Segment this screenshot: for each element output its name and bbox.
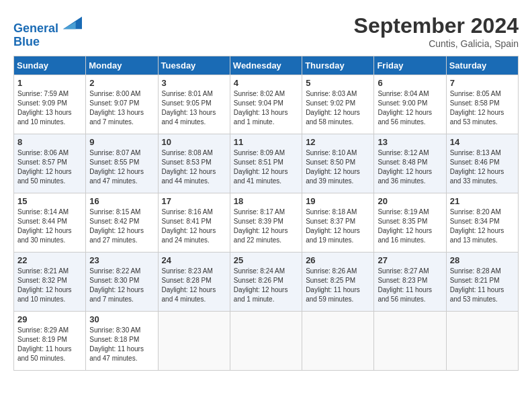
- calendar-cell: [230, 312, 302, 371]
- cell-info: Sunrise: 8:02 AM Sunset: 9:04 PM Dayligh…: [234, 89, 298, 127]
- cell-info: Sunrise: 8:24 AM Sunset: 8:26 PM Dayligh…: [234, 267, 298, 304]
- day-number: 7: [450, 78, 515, 88]
- sunrise-text: Sunrise: 8:22 AM: [89, 267, 154, 276]
- calendar-cell: 23 Sunrise: 8:22 AM Sunset: 8:30 PM Dayl…: [86, 253, 158, 312]
- sunrise-text: Sunrise: 8:18 AM: [306, 208, 370, 217]
- day-number: 29: [17, 314, 82, 324]
- sunset-text: Sunset: 8:51 PM: [234, 158, 298, 167]
- day-number: 11: [234, 137, 298, 147]
- cell-info: Sunrise: 8:17 AM Sunset: 8:39 PM Dayligh…: [234, 208, 298, 245]
- sunset-text: Sunset: 8:23 PM: [378, 276, 442, 285]
- sunset-text: Sunset: 8:58 PM: [450, 99, 515, 108]
- calendar-cell: 1 Sunrise: 7:59 AM Sunset: 9:09 PM Dayli…: [14, 75, 86, 134]
- daylight-text: Daylight: 11 hours and 53 minutes.: [450, 285, 515, 304]
- calendar-cell: 13 Sunrise: 8:12 AM Sunset: 8:48 PM Dayl…: [374, 134, 446, 193]
- sunrise-text: Sunrise: 8:26 AM: [306, 267, 370, 276]
- cell-info: Sunrise: 8:03 AM Sunset: 9:02 PM Dayligh…: [306, 89, 370, 127]
- daylight-text: Daylight: 11 hours and 56 minutes.: [378, 285, 442, 304]
- sunrise-text: Sunrise: 8:16 AM: [162, 208, 226, 217]
- sunrise-text: Sunrise: 8:29 AM: [17, 326, 82, 335]
- sunrise-text: Sunrise: 8:12 AM: [378, 148, 442, 158]
- sunset-text: Sunset: 9:00 PM: [378, 99, 442, 108]
- sunset-text: Sunset: 8:37 PM: [306, 217, 370, 226]
- calendar-cell: [158, 312, 230, 371]
- daylight-text: Daylight: 12 hours and 7 minutes.: [89, 285, 154, 304]
- calendar-cell: [302, 312, 374, 371]
- calendar-cell: 29 Sunrise: 8:29 AM Sunset: 8:19 PM Dayl…: [14, 312, 86, 371]
- daylight-text: Daylight: 12 hours and 30 minutes.: [17, 226, 82, 245]
- sunset-text: Sunset: 9:02 PM: [306, 99, 370, 108]
- daylight-text: Daylight: 12 hours and 13 minutes.: [450, 226, 515, 245]
- cell-info: Sunrise: 8:29 AM Sunset: 8:19 PM Dayligh…: [17, 326, 82, 363]
- daylight-text: Daylight: 13 hours and 4 minutes.: [162, 108, 226, 127]
- weekday-header-saturday: Saturday: [446, 56, 518, 75]
- sunrise-text: Sunrise: 8:00 AM: [89, 89, 154, 99]
- calendar-cell: 16 Sunrise: 8:15 AM Sunset: 8:42 PM Dayl…: [86, 193, 158, 253]
- weekday-header-row: SundayMondayTuesdayWednesdayThursdayFrid…: [14, 56, 519, 75]
- calendar-cell: 6 Sunrise: 8:04 AM Sunset: 9:00 PM Dayli…: [374, 75, 446, 134]
- sunrise-text: Sunrise: 7:59 AM: [17, 89, 82, 99]
- calendar-cell: 3 Sunrise: 8:01 AM Sunset: 9:05 PM Dayli…: [158, 75, 230, 134]
- sunrise-text: Sunrise: 8:17 AM: [234, 208, 298, 217]
- sunset-text: Sunset: 8:21 PM: [450, 276, 515, 285]
- sunset-text: Sunset: 9:07 PM: [89, 99, 154, 108]
- page-header: General Blue September 2024 Cuntis, Gali…: [13, 13, 519, 49]
- sunset-text: Sunset: 8:42 PM: [89, 217, 154, 226]
- sunset-text: Sunset: 8:26 PM: [234, 276, 298, 285]
- sunrise-text: Sunrise: 8:15 AM: [89, 208, 154, 217]
- cell-info: Sunrise: 8:12 AM Sunset: 8:48 PM Dayligh…: [378, 148, 442, 186]
- calendar-cell: 15 Sunrise: 8:14 AM Sunset: 8:44 PM Dayl…: [14, 193, 86, 253]
- day-number: 6: [378, 78, 442, 88]
- day-number: 9: [89, 137, 154, 147]
- sunset-text: Sunset: 8:39 PM: [234, 217, 298, 226]
- sunset-text: Sunset: 8:41 PM: [162, 217, 226, 226]
- daylight-text: Daylight: 11 hours and 50 minutes.: [17, 345, 82, 363]
- cell-info: Sunrise: 8:26 AM Sunset: 8:25 PM Dayligh…: [306, 267, 370, 304]
- cell-info: Sunrise: 8:15 AM Sunset: 8:42 PM Dayligh…: [89, 208, 154, 245]
- logo-general: General: [13, 21, 58, 35]
- sunrise-text: Sunrise: 8:06 AM: [17, 148, 82, 158]
- daylight-text: Daylight: 12 hours and 50 minutes.: [17, 167, 82, 186]
- day-number: 25: [234, 255, 298, 265]
- calendar-cell: 10 Sunrise: 8:08 AM Sunset: 8:53 PM Dayl…: [158, 134, 230, 193]
- logo: General Blue: [13, 13, 82, 49]
- cell-info: Sunrise: 8:27 AM Sunset: 8:23 PM Dayligh…: [378, 267, 442, 304]
- daylight-text: Daylight: 12 hours and 22 minutes.: [234, 226, 298, 245]
- daylight-text: Daylight: 12 hours and 56 minutes.: [378, 108, 442, 127]
- logo-blue: Blue: [13, 35, 40, 48]
- weekday-header-sunday: Sunday: [14, 56, 86, 75]
- sunset-text: Sunset: 8:48 PM: [378, 158, 442, 167]
- sunset-text: Sunset: 9:04 PM: [234, 99, 298, 108]
- daylight-text: Daylight: 12 hours and 53 minutes.: [450, 108, 515, 127]
- weekday-header-thursday: Thursday: [302, 56, 374, 75]
- cell-info: Sunrise: 8:05 AM Sunset: 8:58 PM Dayligh…: [450, 89, 515, 127]
- sunset-text: Sunset: 8:57 PM: [17, 158, 82, 167]
- day-number: 10: [162, 137, 226, 147]
- sunset-text: Sunset: 8:32 PM: [17, 276, 82, 285]
- sunset-text: Sunset: 8:50 PM: [306, 158, 370, 167]
- sunrise-text: Sunrise: 8:04 AM: [378, 89, 442, 99]
- calendar-cell: 26 Sunrise: 8:26 AM Sunset: 8:25 PM Dayl…: [302, 253, 374, 312]
- daylight-text: Daylight: 12 hours and 41 minutes.: [234, 167, 298, 186]
- sunrise-text: Sunrise: 8:10 AM: [306, 148, 370, 158]
- calendar-cell: 5 Sunrise: 8:03 AM Sunset: 9:02 PM Dayli…: [302, 75, 374, 134]
- cell-info: Sunrise: 8:04 AM Sunset: 9:00 PM Dayligh…: [378, 89, 442, 127]
- day-number: 12: [306, 137, 370, 147]
- calendar-week-row: 1 Sunrise: 7:59 AM Sunset: 9:09 PM Dayli…: [14, 75, 519, 134]
- cell-info: Sunrise: 8:22 AM Sunset: 8:30 PM Dayligh…: [89, 267, 154, 304]
- day-number: 23: [89, 255, 154, 265]
- day-number: 18: [234, 196, 298, 206]
- sunset-text: Sunset: 8:55 PM: [89, 158, 154, 167]
- sunrise-text: Sunrise: 8:09 AM: [234, 148, 298, 158]
- daylight-text: Daylight: 13 hours and 10 minutes.: [17, 108, 82, 127]
- sunrise-text: Sunrise: 8:05 AM: [450, 89, 515, 99]
- sunset-text: Sunset: 9:05 PM: [162, 99, 226, 108]
- logo-icon: [63, 13, 82, 32]
- month-title: September 2024: [354, 13, 519, 38]
- sunset-text: Sunset: 8:44 PM: [17, 217, 82, 226]
- sunrise-text: Sunrise: 8:23 AM: [162, 267, 226, 276]
- daylight-text: Daylight: 12 hours and 44 minutes.: [162, 167, 226, 186]
- day-number: 17: [162, 196, 226, 206]
- daylight-text: Daylight: 11 hours and 47 minutes.: [89, 345, 154, 363]
- day-number: 22: [17, 255, 82, 265]
